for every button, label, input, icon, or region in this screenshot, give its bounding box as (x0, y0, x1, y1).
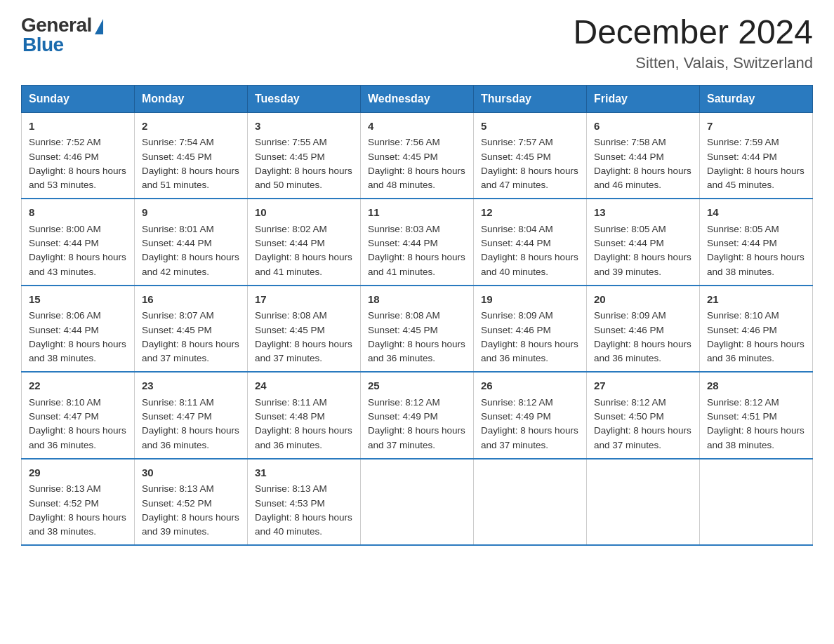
calendar-cell: 25Sunrise: 8:12 AMSunset: 4:49 PMDayligh… (361, 372, 474, 459)
header-saturday: Saturday (700, 85, 813, 112)
daylight-minutes: and 41 minutes. (255, 267, 322, 277)
sunrise-text: Sunrise: 8:08 AM (255, 310, 327, 321)
sunrise-text: Sunrise: 8:02 AM (255, 224, 327, 234)
daylight-minutes: and 39 minutes. (594, 267, 661, 277)
day-number: 30 (142, 465, 240, 481)
sunset-text: Sunset: 4:45 PM (142, 152, 212, 162)
calendar-cell: 22Sunrise: 8:10 AMSunset: 4:47 PMDayligh… (22, 372, 135, 459)
daylight-minutes: and 40 minutes. (481, 267, 548, 277)
calendar-week-row: 8Sunrise: 8:00 AMSunset: 4:44 PMDaylight… (22, 199, 813, 286)
sunset-text: Sunset: 4:50 PM (594, 411, 664, 422)
daylight-text: Daylight: 8 hours hours (142, 512, 239, 523)
day-number: 15 (29, 292, 127, 308)
calendar-cell: 20Sunrise: 8:09 AMSunset: 4:46 PMDayligh… (587, 286, 700, 373)
sunrise-text: Sunrise: 8:13 AM (255, 483, 327, 494)
sunset-text: Sunset: 4:49 PM (481, 411, 551, 422)
sunrise-text: Sunrise: 8:12 AM (594, 397, 666, 408)
daylight-text: Daylight: 8 hours hours (707, 166, 805, 176)
logo: General Blue (21, 14, 103, 56)
daylight-text: Daylight: 8 hours hours (707, 425, 805, 436)
daylight-text: Daylight: 8 hours hours (594, 166, 691, 176)
daylight-text: Daylight: 8 hours hours (255, 425, 352, 436)
page-subtitle: Sitten, Valais, Switzerland (573, 54, 813, 72)
day-number: 10 (255, 205, 353, 221)
daylight-minutes: and 38 minutes. (29, 353, 96, 363)
sunset-text: Sunset: 4:45 PM (255, 325, 325, 335)
sunrise-text: Sunrise: 7:56 AM (368, 137, 440, 147)
daylight-text: Daylight: 8 hours hours (29, 252, 126, 262)
day-number: 12 (481, 205, 579, 221)
daylight-minutes: and 36 minutes. (29, 440, 96, 450)
sunrise-text: Sunrise: 8:12 AM (707, 397, 779, 408)
calendar-cell (587, 459, 700, 546)
day-number: 24 (255, 378, 353, 394)
daylight-minutes: and 36 minutes. (707, 353, 774, 363)
calendar-cell: 3Sunrise: 7:55 AMSunset: 4:45 PMDaylight… (248, 112, 361, 199)
daylight-minutes: and 42 minutes. (142, 267, 209, 277)
sunrise-text: Sunrise: 8:12 AM (481, 397, 553, 408)
daylight-minutes: and 37 minutes. (368, 440, 435, 450)
calendar-cell: 19Sunrise: 8:09 AMSunset: 4:46 PMDayligh… (474, 286, 587, 373)
daylight-text: Daylight: 8 hours hours (368, 425, 465, 436)
day-number: 7 (707, 119, 805, 135)
day-number: 20 (594, 292, 692, 308)
daylight-minutes: and 36 minutes. (481, 353, 548, 363)
daylight-text: Daylight: 8 hours hours (29, 339, 126, 349)
daylight-text: Daylight: 8 hours hours (594, 252, 691, 262)
sunrise-text: Sunrise: 8:10 AM (707, 310, 779, 321)
daylight-minutes: and 36 minutes. (368, 353, 435, 363)
sunset-text: Sunset: 4:47 PM (29, 411, 99, 422)
daylight-text: Daylight: 8 hours hours (594, 339, 691, 349)
calendar-cell: 21Sunrise: 8:10 AMSunset: 4:46 PMDayligh… (700, 286, 813, 373)
calendar-cell (361, 459, 474, 546)
daylight-text: Daylight: 8 hours hours (594, 425, 691, 436)
sunset-text: Sunset: 4:44 PM (29, 325, 99, 335)
sunrise-text: Sunrise: 8:06 AM (29, 310, 101, 321)
daylight-minutes: and 45 minutes. (707, 180, 774, 190)
day-number: 13 (594, 205, 692, 221)
daylight-minutes: and 37 minutes. (594, 440, 661, 450)
daylight-text: Daylight: 8 hours hours (368, 339, 465, 349)
day-number: 21 (707, 292, 805, 308)
daylight-text: Daylight: 8 hours hours (707, 339, 805, 349)
sunset-text: Sunset: 4:44 PM (594, 152, 664, 162)
daylight-text: Daylight: 8 hours hours (29, 166, 126, 176)
daylight-text: Daylight: 8 hours hours (481, 252, 578, 262)
sunset-text: Sunset: 4:46 PM (594, 325, 664, 335)
sunset-text: Sunset: 4:44 PM (142, 238, 212, 248)
sunrise-text: Sunrise: 8:09 AM (481, 310, 553, 321)
daylight-minutes: and 37 minutes. (255, 353, 322, 363)
calendar-cell: 4Sunrise: 7:56 AMSunset: 4:45 PMDaylight… (361, 112, 474, 199)
sunrise-text: Sunrise: 7:52 AM (29, 137, 101, 147)
daylight-minutes: and 37 minutes. (142, 353, 209, 363)
daylight-minutes: and 46 minutes. (594, 180, 661, 190)
calendar-cell: 17Sunrise: 8:08 AMSunset: 4:45 PMDayligh… (248, 286, 361, 373)
daylight-text: Daylight: 8 hours hours (142, 252, 239, 262)
sunset-text: Sunset: 4:44 PM (29, 238, 99, 248)
daylight-text: Daylight: 8 hours hours (255, 252, 352, 262)
sunrise-text: Sunrise: 7:54 AM (142, 137, 214, 147)
sunrise-text: Sunrise: 8:00 AM (29, 224, 101, 234)
day-number: 22 (29, 378, 127, 394)
sunset-text: Sunset: 4:51 PM (707, 411, 777, 422)
sunset-text: Sunset: 4:48 PM (255, 411, 325, 422)
day-number: 9 (142, 205, 240, 221)
sunrise-text: Sunrise: 8:07 AM (142, 310, 214, 321)
sunset-text: Sunset: 4:46 PM (481, 325, 551, 335)
sunset-text: Sunset: 4:44 PM (707, 238, 777, 248)
daylight-minutes: and 47 minutes. (481, 180, 548, 190)
day-number: 18 (368, 292, 466, 308)
calendar-cell: 26Sunrise: 8:12 AMSunset: 4:49 PMDayligh… (474, 372, 587, 459)
calendar-cell: 28Sunrise: 8:12 AMSunset: 4:51 PMDayligh… (700, 372, 813, 459)
calendar-cell: 11Sunrise: 8:03 AMSunset: 4:44 PMDayligh… (361, 199, 474, 286)
sunrise-text: Sunrise: 8:08 AM (368, 310, 440, 321)
sunset-text: Sunset: 4:44 PM (707, 152, 777, 162)
calendar-cell (700, 459, 813, 546)
calendar-cell: 5Sunrise: 7:57 AMSunset: 4:45 PMDaylight… (474, 112, 587, 199)
daylight-text: Daylight: 8 hours hours (255, 339, 352, 349)
day-number: 23 (142, 378, 240, 394)
day-number: 3 (255, 119, 353, 135)
page-title: December 2024 (573, 14, 813, 51)
daylight-minutes: and 39 minutes. (142, 526, 209, 537)
day-number: 31 (255, 465, 353, 481)
